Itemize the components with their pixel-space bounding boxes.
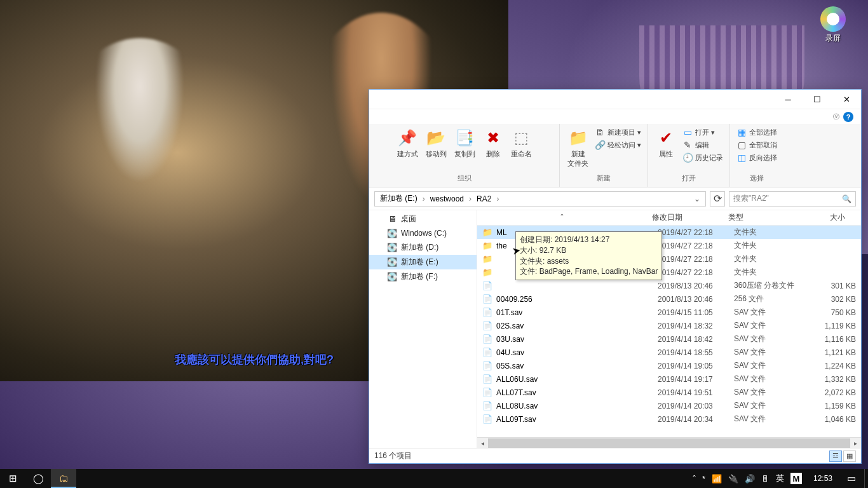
delete-button[interactable]: ✖删除 <box>480 126 506 160</box>
file-icon: 📄 <box>482 281 492 291</box>
table-row[interactable]: 📄02S.sav2019/4/14 18:32SAV 文件1,119 KB <box>477 319 861 332</box>
system-tray[interactable]: ˆ * 📶 🔌 🔊 🎚 英 M <box>688 473 807 484</box>
properties-button[interactable]: ✔属性 <box>653 126 679 160</box>
history-icon: 🕘 <box>682 152 693 163</box>
pin-icon: 📌 <box>397 128 417 148</box>
table-row[interactable]: 📄ALL08U.sav2019/4/14 20:03SAV 文件1,159 KB <box>477 399 861 412</box>
table-row[interactable]: 📄05S.sav2019/4/14 19:05SAV 文件1,224 KB <box>477 359 861 372</box>
table-row[interactable]: 📄03U.sav2019/4/14 18:42SAV 文件1,116 KB <box>477 332 861 346</box>
drive-icon: 💽 <box>387 257 397 268</box>
breadcrumb[interactable]: 新加卷 (E:)› westwood› RA2› ⌄ <box>374 191 706 207</box>
open-button[interactable]: ▭打开 ▾ <box>681 126 724 138</box>
copy-icon: 📑 <box>454 128 475 148</box>
start-button[interactable]: ⊞ <box>0 469 25 488</box>
table-row[interactable]: 📄00409.2562001/8/13 20:46256 文件302 KB <box>477 292 861 306</box>
ribbon-collapse-row: ⓥ ? <box>369 109 861 124</box>
col-type[interactable]: 类型 <box>723 212 799 223</box>
details-view-button[interactable]: ☲ <box>829 451 842 462</box>
horizontal-scrollbar[interactable]: ◂ ▸ <box>477 437 861 448</box>
col-size[interactable]: 大小 <box>799 212 850 223</box>
taskbar-app-explorer[interactable]: 🗂 <box>51 469 76 488</box>
close-button[interactable]: ✕ <box>832 90 861 109</box>
taskbar[interactable]: ⊞ ◯ 🗂 ˆ * 📶 🔌 🔊 🎚 英 M 12:53 ▭ <box>0 469 868 488</box>
ime-lang[interactable]: 英 <box>776 473 784 484</box>
nav-label: 新加卷 (E:) <box>401 257 438 268</box>
explorer-icon: 🗂 <box>59 473 69 484</box>
windows-icon: ⊞ <box>9 473 17 484</box>
taskbar-clock[interactable]: 12:53 <box>807 474 839 483</box>
ime-mode[interactable]: M <box>790 473 802 484</box>
ribbon-collapse-icon[interactable]: ⓥ <box>833 112 839 121</box>
history-button[interactable]: 🕘历史记录 <box>681 152 724 163</box>
new-folder-button[interactable]: 📁新建 文件夹 <box>565 126 591 170</box>
show-desktop-button[interactable] <box>864 469 868 488</box>
file-rows[interactable]: 📁ML2019/4/27 22:18文件夹📁the2019/4/27 22:18… <box>477 226 861 437</box>
table-row[interactable]: 📄ALL09T.sav2019/4/14 20:34SAV 文件1,046 KB <box>477 412 861 426</box>
nav-item[interactable]: 💽新加卷 (F:) <box>369 269 477 284</box>
breadcrumb-dropdown-icon[interactable]: ⌄ <box>691 194 703 203</box>
action-center-button[interactable]: ▭ <box>839 469 864 488</box>
drive-icon: 💽 <box>387 243 397 253</box>
breadcrumb-part[interactable]: westwood <box>428 194 466 203</box>
ribbon-group-new: 📁新建 文件夹 🗎新建项目 ▾ 🔗轻松访问 ▾ 新建 <box>560 124 648 187</box>
edit-button[interactable]: ✎编辑 <box>681 139 724 151</box>
tray-overflow-icon[interactable]: ˆ <box>693 474 696 484</box>
minimize-button[interactable]: ─ <box>773 90 803 109</box>
move-icon: 📂 <box>426 128 446 148</box>
selectinvert-icon: ◫ <box>736 152 747 163</box>
table-row[interactable]: 📄ALL07T.sav2019/4/14 19:51SAV 文件2,072 KB <box>477 386 861 399</box>
pin-shortcut-button[interactable]: 📌建方式 <box>395 126 421 160</box>
ime-icon[interactable]: 🎚 <box>761 474 770 484</box>
nav-item[interactable]: 💽Windows (C:) <box>369 226 477 240</box>
col-date[interactable]: 修改日期 <box>647 212 723 223</box>
desktop-icon-screencap[interactable]: 录屏 <box>811 6 855 44</box>
select-invert-button[interactable]: ◫反向选择 <box>735 152 778 163</box>
breadcrumb-part[interactable]: RA2 <box>474 194 494 203</box>
new-item-button[interactable]: 🗎新建项目 ▾ <box>593 126 642 138</box>
select-none-button[interactable]: ▢全部取消 <box>735 139 778 151</box>
column-headers[interactable]: ˆ 修改日期 类型 大小 <box>477 210 861 226</box>
nav-item[interactable]: 💽新加卷 (E:) <box>369 255 477 269</box>
file-date: 2019/4/14 18:42 <box>658 335 734 344</box>
file-type: SAV 文件 <box>734 414 810 424</box>
nav-item[interactable]: 🖥桌面 <box>369 212 477 226</box>
table-row[interactable]: 📄2019/8/13 20:46360压缩 分卷文件301 KB <box>477 279 861 292</box>
volume-icon[interactable]: 🔊 <box>745 474 755 484</box>
file-date: 2019/4/15 11:05 <box>658 308 734 317</box>
tray-icon[interactable]: * <box>702 474 705 484</box>
copy-to-button[interactable]: 📑复制到 <box>452 126 478 160</box>
rename-icon: ⬚ <box>511 128 531 148</box>
scroll-thumb[interactable] <box>488 438 851 448</box>
wifi-icon[interactable]: 📶 <box>712 474 722 484</box>
scroll-right-icon[interactable]: ▸ <box>850 438 861 449</box>
status-bar: 116 个项目 ☲ ▦ <box>369 448 861 463</box>
scroll-left-icon[interactable]: ◂ <box>477 438 488 449</box>
titlebar[interactable]: ─ ☐ ✕ <box>369 90 861 109</box>
power-icon[interactable]: 🔌 <box>728 474 738 484</box>
col-name[interactable]: ˆ <box>477 214 647 222</box>
file-size: 1,116 KB <box>810 335 861 344</box>
table-row[interactable]: 📄04U.sav2019/4/14 18:55SAV 文件1,121 KB <box>477 346 861 359</box>
address-bar: 新加卷 (E:)› westwood› RA2› ⌄ ⟳ 搜索"RA2" 🔍 <box>369 187 861 210</box>
search-input[interactable]: 搜索"RA2" 🔍 <box>729 191 856 207</box>
file-explorer-window: ─ ☐ ✕ ⓥ ? 📌建方式 📂移动到 📑复制到 ✖删除 ⬚重命名 组织 📁新建… <box>369 89 862 464</box>
ribbon-group-select: ▦全部选择 ▢全部取消 ◫反向选择 选择 <box>730 124 783 187</box>
table-row[interactable]: 📄ALL06U.sav2019/4/14 19:17SAV 文件1,332 KB <box>477 372 861 386</box>
easy-access-button[interactable]: 🔗轻松访问 ▾ <box>593 139 642 151</box>
cortana-button[interactable]: ◯ <box>25 469 51 488</box>
help-icon[interactable]: ? <box>843 112 853 122</box>
file-type: SAV 文件 <box>734 374 810 384</box>
refresh-button[interactable]: ⟳ <box>710 191 725 207</box>
nav-item[interactable]: 💽新加卷 (D:) <box>369 240 477 255</box>
maximize-button[interactable]: ☐ <box>803 90 832 109</box>
ribbon-group-label: 新建 <box>597 173 611 184</box>
breadcrumb-part[interactable]: 新加卷 (E:) <box>377 193 420 204</box>
select-all-button[interactable]: ▦全部选择 <box>735 126 778 138</box>
thumbnails-view-button[interactable]: ▦ <box>843 451 856 462</box>
navigation-pane[interactable]: 🖥桌面💽Windows (C:)💽新加卷 (D:)💽新加卷 (E:)💽新加卷 (… <box>369 210 477 448</box>
file-list-pane: ˆ 修改日期 类型 大小 📁ML2019/4/27 22:18文件夹📁the20… <box>477 210 861 448</box>
move-to-button[interactable]: 📂移动到 <box>423 126 449 160</box>
rename-button[interactable]: ⬚重命名 <box>508 126 534 160</box>
file-icon: 📁 <box>482 227 492 238</box>
table-row[interactable]: 📄01T.sav2019/4/15 11:05SAV 文件750 KB <box>477 306 861 319</box>
